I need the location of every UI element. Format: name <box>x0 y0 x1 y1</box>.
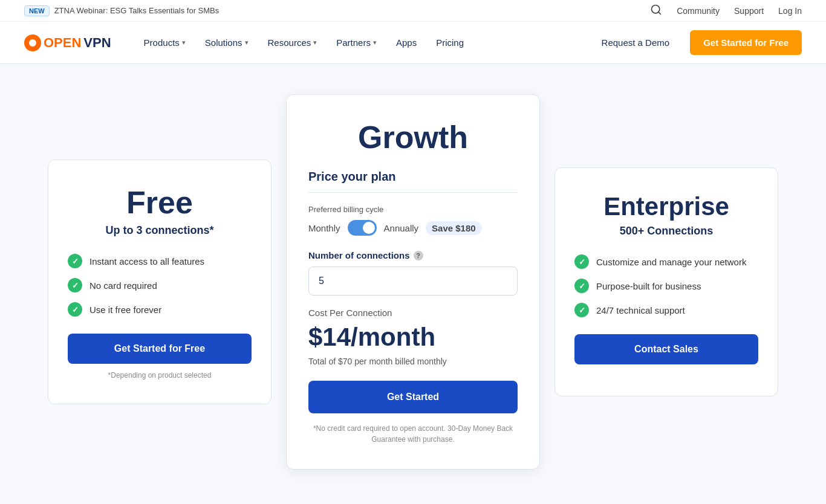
cost-per-connection-label: Cost Per Connection <box>308 308 518 318</box>
free-plan-subtitle: Up to 3 connections* <box>68 224 252 237</box>
nav-item-resources[interactable]: Resources ▾ <box>259 33 326 53</box>
growth-plan-card: Growth Price your plan Preferred billing… <box>286 94 540 470</box>
chevron-down-icon: ▾ <box>373 39 377 47</box>
free-get-started-button[interactable]: Get Started for Free <box>68 334 252 364</box>
chevron-down-icon: ▾ <box>313 39 317 47</box>
topbar-announcement: ZTNA Webinar: ESG Talks Essentials for S… <box>54 6 220 15</box>
annually-label: Annually <box>384 223 419 233</box>
logo[interactable]: OPEN VPN <box>24 34 111 51</box>
contact-sales-button[interactable]: Contact Sales <box>574 334 758 364</box>
nav-item-partners[interactable]: Partners ▾ <box>328 33 385 53</box>
info-icon[interactable]: ? <box>414 251 423 260</box>
request-demo-button[interactable]: Request a Demo <box>591 31 681 54</box>
monthly-label: Monthly <box>308 223 340 233</box>
enterprise-feature-list: ✓ Customize and manage your network ✓ Pu… <box>574 254 758 317</box>
billing-cycle-label: Preferred billing cycle <box>308 205 518 214</box>
connections-input[interactable] <box>308 267 518 296</box>
logo-open: OPEN <box>44 35 81 51</box>
enterprise-plan-subtitle: 500+ Connections <box>574 225 758 237</box>
total-text: Total of $70 per month billed monthly <box>308 357 518 366</box>
free-plan-name: Free <box>68 184 252 221</box>
enterprise-feature-1: ✓ Customize and manage your network <box>574 254 758 269</box>
nav-item-products[interactable]: Products ▾ <box>135 33 194 53</box>
enterprise-feature-3: ✓ 24/7 technical support <box>574 303 758 317</box>
free-plan-card: Free Up to 3 connections* ✓ Instant acce… <box>48 160 272 404</box>
nav-right: Request a Demo Get Started for Free <box>591 30 802 55</box>
enterprise-feature-2: ✓ Purpose-built for business <box>574 279 758 293</box>
navbar: OPEN VPN Products ▾ Solutions ▾ Resource… <box>0 22 826 64</box>
support-link[interactable]: Support <box>734 6 764 16</box>
topbar: NEW ZTNA Webinar: ESG Talks Essentials f… <box>0 0 826 22</box>
topbar-left: NEW ZTNA Webinar: ESG Talks Essentials f… <box>24 5 219 16</box>
check-icon: ✓ <box>68 254 82 268</box>
main-content: Free Up to 3 connections* ✓ Instant acce… <box>0 64 826 504</box>
free-feature-3: ✓ Use it free forever <box>68 302 252 317</box>
nav-item-apps[interactable]: Apps <box>388 33 425 53</box>
check-icon: ✓ <box>574 254 589 269</box>
enterprise-plan-title: Enterprise <box>574 192 758 221</box>
enterprise-plan-card: Enterprise 500+ Connections ✓ Customize … <box>554 167 778 396</box>
nav-item-pricing[interactable]: Pricing <box>428 33 472 53</box>
check-icon: ✓ <box>574 303 589 317</box>
new-badge: NEW <box>24 5 50 16</box>
check-icon: ✓ <box>68 278 82 292</box>
guarantee-note: *No credit card required to open account… <box>308 423 518 445</box>
check-icon: ✓ <box>68 302 82 317</box>
logo-icon <box>24 34 41 51</box>
billing-toggle-row: Monthly Annually Save $180 <box>308 220 518 236</box>
free-feature-list: ✓ Instant access to all features ✓ No ca… <box>68 254 252 317</box>
nav-links: Products ▾ Solutions ▾ Resources ▾ Partn… <box>135 33 591 53</box>
login-link[interactable]: Log In <box>778 6 802 16</box>
chevron-down-icon: ▾ <box>182 39 186 47</box>
free-feature-1: ✓ Instant access to all features <box>68 254 252 268</box>
topbar-right: Community Support Log In <box>650 4 802 18</box>
logo-text: OPEN VPN <box>44 35 111 51</box>
nav-get-started-button[interactable]: Get Started for Free <box>690 30 802 55</box>
save-badge: Save $180 <box>426 221 482 235</box>
growth-get-started-button[interactable]: Get Started <box>308 381 518 413</box>
price-your-plan-label: Price your plan <box>308 170 518 184</box>
community-link[interactable]: Community <box>677 6 720 16</box>
billing-toggle-switch[interactable] <box>348 220 377 236</box>
search-icon[interactable] <box>650 4 662 18</box>
check-icon: ✓ <box>574 279 589 293</box>
free-feature-2: ✓ No card required <box>68 278 252 292</box>
connections-label: Number of connections ? <box>308 250 518 260</box>
free-card-note: *Depending on product selected <box>68 371 252 380</box>
chevron-down-icon: ▾ <box>245 39 249 47</box>
growth-plan-title: Growth <box>308 119 518 155</box>
toggle-slider <box>348 220 377 236</box>
price-display: $14/month <box>308 323 518 352</box>
divider <box>308 192 518 193</box>
svg-line-1 <box>659 12 661 15</box>
logo-vpn: VPN <box>83 35 111 51</box>
nav-item-solutions[interactable]: Solutions ▾ <box>197 33 257 53</box>
